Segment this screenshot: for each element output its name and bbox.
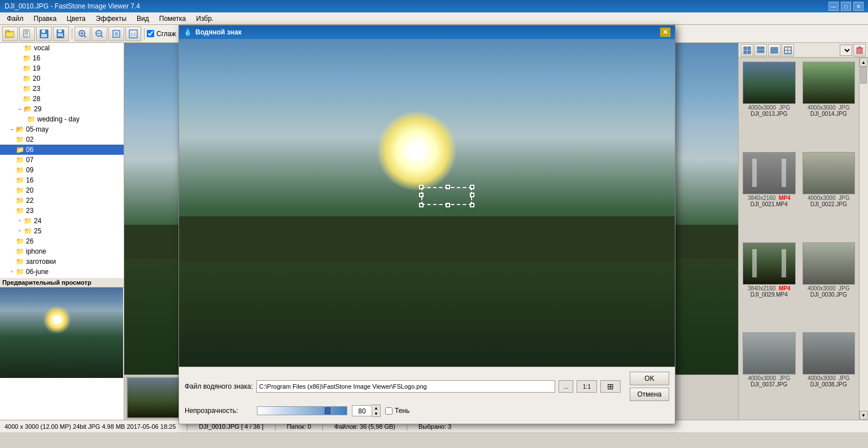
smooth-checkbox[interactable] <box>147 30 154 37</box>
right-scrollbar[interactable]: ▲ ▼ <box>859 58 868 420</box>
minimize-button[interactable]: — <box>828 2 839 11</box>
open-folder-button[interactable] <box>2 27 18 41</box>
svg-rect-11 <box>58 30 62 32</box>
expand-06june[interactable]: + <box>8 269 16 275</box>
tree-item-05may[interactable]: − 📂 05-may <box>0 124 124 134</box>
zoom-fit-button[interactable] <box>108 27 124 41</box>
thumb-name: DJI_0022.JPG <box>802 201 856 207</box>
dialog-close-button[interactable]: ✕ <box>660 28 670 37</box>
expand-05may[interactable]: − <box>8 127 16 132</box>
sort-dropdown[interactable] <box>840 45 852 56</box>
dialog-title-content: 💧 Водяной знак <box>184 28 242 36</box>
tree-item-09[interactable]: 📁 09 <box>0 165 124 175</box>
tree-item-24[interactable]: + 📁 24 <box>0 216 124 226</box>
separator-1 <box>70 27 73 41</box>
tree-item-02[interactable]: 📁 02 <box>0 134 124 145</box>
tree-item-19[interactable]: 📁 19 <box>0 63 124 73</box>
menu-edit[interactable]: Правка <box>29 14 62 24</box>
view-mode-btn-2[interactable] <box>754 44 767 56</box>
tree-item-06[interactable]: 📁 06 <box>0 145 124 155</box>
tree-item-26[interactable]: 📁 26 <box>0 236 124 246</box>
tree-item-22[interactable]: 📁 22 <box>0 195 124 206</box>
dialog-sun <box>377 111 456 190</box>
menu-view[interactable]: Вид <box>132 14 154 24</box>
handle-bm[interactable] <box>446 203 450 207</box>
ok-button[interactable]: OK <box>630 372 669 385</box>
thumb-DJI_0021[interactable]: 3840x2160 MP4 DJI_0021.MP4 <box>741 150 797 237</box>
thumb-name: DJI_0014.JPG <box>802 111 856 117</box>
thumb-DJI_0014[interactable]: 4000x3000 JPG DJI_0014.JPG <box>801 60 857 147</box>
menu-colors[interactable]: Цвета <box>62 14 90 24</box>
thumb-DJI_0037[interactable]: 4000x3000 JPG DJI_0037.JPG <box>741 330 797 417</box>
tree-item-25[interactable]: + 📁 25 <box>0 226 124 236</box>
handle-mr[interactable] <box>470 193 474 197</box>
close-button[interactable]: ✕ <box>853 2 863 11</box>
tree-item-20b[interactable]: 📁 20 <box>0 185 124 195</box>
menu-fav[interactable]: Избр. <box>191 14 218 24</box>
save-as-button[interactable]: + <box>53 27 69 41</box>
zoom-actual-button[interactable]: 1:1 <box>125 27 141 41</box>
opacity-thumb[interactable] <box>325 407 330 414</box>
tree-item-zagotovki[interactable]: 📁 заготовки <box>0 256 124 267</box>
dialog-title-bar[interactable]: 💧 Водяной знак ✕ <box>179 25 675 39</box>
handle-bl[interactable] <box>419 203 424 207</box>
ratio-1-1-button[interactable]: 1:1 <box>577 380 597 393</box>
tree-item-06june[interactable]: + 📁 06-june <box>0 267 124 277</box>
ratio-fit-button[interactable]: ⊞ <box>600 380 621 393</box>
shadow-checkbox[interactable] <box>385 407 392 415</box>
thumb-DJI_0029[interactable]: 3840x2160 MP4 DJI_0029.MP4 <box>741 241 797 328</box>
scroll-track[interactable] <box>860 67 868 411</box>
thumb-DJI_0030[interactable]: 4000x3000 JPG DJI_0030.JPG <box>801 241 857 328</box>
save-button[interactable] <box>36 27 52 41</box>
tree-item-20[interactable]: 📁 20 <box>0 73 124 84</box>
tree-item-23b[interactable]: 📁 23 <box>0 206 124 216</box>
file-path-input[interactable] <box>256 380 555 393</box>
menu-effects[interactable]: Эффекты <box>91 14 132 24</box>
view-mode-btn-3[interactable] <box>768 44 780 56</box>
thumb-img-wrap <box>802 62 856 104</box>
folder-icon: 📁 <box>23 85 31 93</box>
spin-up-button[interactable]: ▲ <box>372 405 380 411</box>
tree-item-07[interactable]: 📁 07 <box>0 155 124 165</box>
expand-24[interactable]: + <box>16 218 24 224</box>
thumb-DJI_0038[interactable]: 4000x3000 JPG DJI_0038.JPG <box>801 330 857 417</box>
watermark-position-handle[interactable] <box>421 187 472 205</box>
scroll-down-btn[interactable]: ▼ <box>860 411 867 420</box>
tree-item-wedding[interactable]: 📁 wedding - day <box>0 114 124 124</box>
scroll-up-btn[interactable]: ▲ <box>860 58 867 67</box>
tree-item-23[interactable]: 📁 23 <box>0 84 124 94</box>
spin-down-button[interactable]: ▼ <box>372 411 380 416</box>
folder-icon: 📁 <box>24 217 32 225</box>
cancel-button[interactable]: Отмена <box>630 388 669 401</box>
tree-item-vocal[interactable]: 📁 vocal <box>0 43 124 53</box>
thumb-DJI_0013[interactable]: 4000x3000 JPG DJI_0013.JPG <box>741 60 797 147</box>
handle-tr[interactable] <box>470 185 474 189</box>
browse-button[interactable]: ... <box>559 380 573 393</box>
expand-29[interactable]: − <box>16 106 24 112</box>
opacity-value[interactable]: 80 <box>352 405 372 416</box>
menu-mark[interactable]: Пометка <box>155 14 191 24</box>
zoom-in-button[interactable] <box>75 27 90 41</box>
svg-rect-26 <box>748 47 751 50</box>
scroll-thumb[interactable] <box>860 67 867 84</box>
handle-br[interactable] <box>470 203 474 207</box>
tree-item-16b[interactable]: 📁 16 <box>0 175 124 185</box>
tree-item-28[interactable]: 📁 28 <box>0 94 124 104</box>
tree-item-iphone[interactable]: 📁 iphone <box>0 246 124 256</box>
menu-file[interactable]: Файл <box>2 14 28 24</box>
tree-item-29[interactable]: − 📂 29 <box>0 104 124 114</box>
maximize-button[interactable]: □ <box>841 2 851 11</box>
dialog-image-area <box>179 39 675 367</box>
zoom-out-button[interactable] <box>91 27 107 41</box>
thumb-DJI_0022[interactable]: 4000x3000 JPG DJI_0022.JPG <box>801 150 857 237</box>
view-mode-btn-1[interactable] <box>741 44 753 56</box>
delete-btn[interactable] <box>853 44 866 56</box>
handle-tl[interactable] <box>419 185 424 189</box>
tree-item-16[interactable]: 📁 16 <box>0 53 124 63</box>
opacity-slider[interactable] <box>257 406 347 415</box>
view-mode-btn-4[interactable] <box>782 44 794 56</box>
handle-tm[interactable] <box>446 185 450 189</box>
open-file-button[interactable] <box>19 27 35 41</box>
expand-25[interactable]: + <box>16 228 24 234</box>
handle-ml[interactable] <box>419 193 424 197</box>
